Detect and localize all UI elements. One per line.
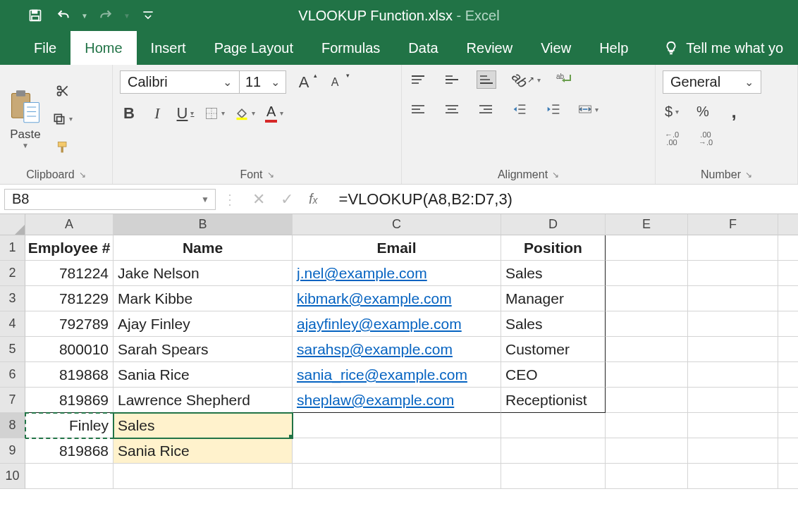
cell[interactable] bbox=[501, 464, 606, 489]
font-launcher[interactable]: ↘ bbox=[267, 170, 274, 180]
cell[interactable] bbox=[688, 464, 778, 489]
borders-button[interactable]: ▾ bbox=[204, 104, 225, 123]
cell[interactable]: 781229 bbox=[25, 286, 113, 311]
cell[interactable]: Jake Nelson bbox=[113, 261, 293, 286]
fx-button[interactable]: fx bbox=[309, 191, 318, 207]
formula-input[interactable]: =VLOOKUP(A8,B2:D7,3) bbox=[331, 190, 512, 209]
align-top-button[interactable] bbox=[409, 70, 427, 89]
tab-page-layout[interactable]: Page Layout bbox=[200, 31, 307, 65]
col-head-f[interactable]: F bbox=[688, 214, 778, 235]
cell[interactable] bbox=[688, 413, 778, 438]
bold-button[interactable]: B bbox=[120, 104, 138, 123]
align-left-button[interactable] bbox=[409, 100, 427, 118]
clipboard-launcher[interactable]: ↘ bbox=[79, 170, 86, 180]
col-head-d[interactable]: D bbox=[501, 214, 606, 235]
font-name-select[interactable]: Calibri⌄ bbox=[120, 70, 240, 94]
cell[interactable] bbox=[501, 438, 606, 464]
cell[interactable]: Customer bbox=[501, 337, 606, 362]
orientation-button[interactable]: ab↗▾ bbox=[512, 70, 541, 89]
align-bottom-button[interactable] bbox=[477, 70, 496, 89]
cell[interactable]: Sales bbox=[501, 311, 606, 337]
name-box[interactable]: B8▼ bbox=[4, 189, 216, 210]
number-format-select[interactable]: General⌄ bbox=[663, 70, 761, 94]
cell[interactable]: Ajay Finley bbox=[113, 311, 293, 337]
cell[interactable]: 819868 bbox=[25, 362, 113, 388]
decrease-decimal-button[interactable]: .00→.0 bbox=[696, 130, 715, 148]
cell[interactable] bbox=[778, 388, 798, 413]
cell[interactable]: Finley bbox=[25, 413, 113, 438]
decrease-indent-button[interactable] bbox=[510, 100, 529, 118]
cell[interactable] bbox=[501, 413, 606, 438]
cell[interactable] bbox=[778, 464, 798, 489]
align-middle-button[interactable] bbox=[443, 70, 461, 89]
undo-button[interactable] bbox=[49, 0, 78, 31]
align-right-button[interactable] bbox=[477, 100, 495, 118]
cell[interactable] bbox=[688, 261, 778, 286]
font-size-select[interactable]: 11⌄ bbox=[240, 70, 286, 94]
cell[interactable]: Employee # bbox=[25, 235, 113, 261]
cell[interactable]: sania_rice@example.com bbox=[293, 362, 501, 388]
increase-indent-button[interactable] bbox=[544, 100, 563, 118]
percent-button[interactable]: % bbox=[694, 103, 712, 121]
tab-insert[interactable]: Insert bbox=[137, 31, 200, 65]
paste-button[interactable]: Paste ▼ bbox=[7, 89, 44, 149]
alignment-launcher[interactable]: ↘ bbox=[552, 170, 559, 180]
col-head-c[interactable]: C bbox=[293, 214, 501, 235]
col-head-b[interactable]: B bbox=[113, 214, 293, 235]
redo-button[interactable] bbox=[92, 0, 120, 31]
cell[interactable] bbox=[606, 337, 688, 362]
cell[interactable] bbox=[606, 286, 688, 311]
paste-dropdown[interactable]: ▼ bbox=[7, 142, 44, 149]
underline-button[interactable]: U▾ bbox=[176, 104, 195, 123]
currency-button[interactable]: $▾ bbox=[663, 103, 681, 121]
cut-button[interactable] bbox=[52, 82, 73, 100]
cell[interactable]: Sania Rice bbox=[113, 362, 293, 388]
cell[interactable]: Position bbox=[501, 235, 606, 261]
row-head-6[interactable]: 6 bbox=[0, 362, 25, 388]
cell[interactable] bbox=[293, 464, 501, 489]
cell[interactable]: Sarah Spears bbox=[113, 337, 293, 362]
cell[interactable]: kibmark@example.com bbox=[293, 286, 501, 311]
cell[interactable] bbox=[606, 464, 688, 489]
wrap-text-button[interactable]: ab bbox=[556, 70, 575, 89]
cell[interactable] bbox=[688, 311, 778, 337]
cell[interactable] bbox=[778, 286, 798, 311]
cell[interactable]: Receptionist bbox=[501, 388, 606, 413]
cell[interactable]: ajayfinley@example.com bbox=[293, 311, 501, 337]
customize-qat-button[interactable] bbox=[134, 0, 162, 31]
cell[interactable]: Name bbox=[113, 235, 293, 261]
cell[interactable] bbox=[688, 438, 778, 464]
tab-help[interactable]: Help bbox=[585, 31, 642, 65]
cancel-formula-button[interactable]: ✕ bbox=[252, 190, 265, 209]
select-all-corner[interactable] bbox=[0, 214, 25, 235]
save-button[interactable] bbox=[21, 0, 49, 31]
tab-formulas[interactable]: Formulas bbox=[307, 31, 394, 65]
undo-dropdown[interactable]: ▼ bbox=[78, 0, 92, 31]
cell[interactable] bbox=[293, 413, 501, 438]
tab-home[interactable]: Home bbox=[70, 31, 136, 65]
align-center-button[interactable] bbox=[443, 100, 461, 118]
cell[interactable]: sheplaw@example.com bbox=[293, 388, 501, 413]
cell[interactable] bbox=[606, 413, 688, 438]
cell[interactable] bbox=[688, 337, 778, 362]
fill-handle[interactable] bbox=[289, 435, 293, 438]
tab-view[interactable]: View bbox=[527, 31, 585, 65]
row-head-8[interactable]: 8 bbox=[0, 413, 25, 438]
cell[interactable] bbox=[778, 362, 798, 388]
font-color-button[interactable]: A▾ bbox=[265, 104, 283, 123]
cell[interactable] bbox=[778, 337, 798, 362]
row-head-2[interactable]: 2 bbox=[0, 261, 25, 286]
merge-center-button[interactable]: ▾ bbox=[578, 100, 598, 118]
row-head-1[interactable]: 1 bbox=[0, 235, 25, 261]
format-painter-button[interactable] bbox=[52, 138, 73, 156]
cell[interactable] bbox=[606, 261, 688, 286]
cell[interactable] bbox=[606, 311, 688, 337]
row-head-4[interactable]: 4 bbox=[0, 311, 25, 337]
col-head-g[interactable] bbox=[778, 214, 798, 235]
cell[interactable] bbox=[606, 388, 688, 413]
cell[interactable] bbox=[113, 464, 293, 489]
cell[interactable]: j.nel@example.com bbox=[293, 261, 501, 286]
cell[interactable]: 792789 bbox=[25, 311, 113, 337]
cell[interactable] bbox=[293, 438, 501, 464]
cell[interactable]: Lawrence Shepherd bbox=[113, 388, 293, 413]
